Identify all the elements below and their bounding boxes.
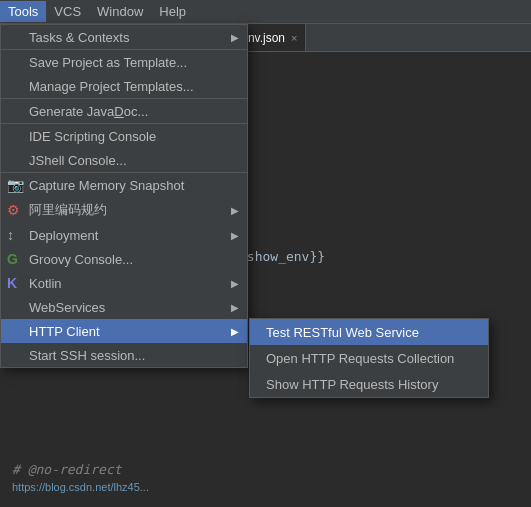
manage-templates-label: Manage Project Templates... <box>29 79 194 94</box>
submenu-item-show-history[interactable]: Show HTTP Requests History <box>250 371 488 397</box>
menu-window[interactable]: Window <box>89 1 151 22</box>
menu-bar: Tools VCS Window Help <box>0 0 531 24</box>
http-client-submenu: Test RESTful Web Service Open HTTP Reque… <box>249 318 489 398</box>
menu-item-ssh-session[interactable]: Start SSH session... <box>1 343 247 367</box>
menu-vcs[interactable]: VCS <box>46 1 89 22</box>
menu-item-manage-templates[interactable]: Manage Project Templates... <box>1 74 247 98</box>
kotlin-icon: K <box>7 275 17 291</box>
capture-memory-label: Capture Memory Snapshot <box>29 178 184 193</box>
menu-item-deployment[interactable]: ↕ Deployment ▶ <box>1 223 247 247</box>
tools-dropdown-menu: Tasks & Contexts ▶ Save Project as Templ… <box>0 24 248 368</box>
menu-item-save-template[interactable]: Save Project as Template... <box>1 50 247 74</box>
open-collection-label: Open HTTP Requests Collection <box>266 351 454 366</box>
menu-item-webservices[interactable]: WebServices ▶ <box>1 295 247 319</box>
bottom-status-url: https://blog.csdn.net/lhz45... <box>12 481 519 493</box>
menu-item-gen-javadoc[interactable]: Generate JavaDoc... <box>1 99 247 123</box>
tasks-contexts-label: Tasks & Contexts <box>29 30 129 45</box>
show-history-label: Show HTTP Requests History <box>266 377 438 392</box>
menu-item-tasks-contexts[interactable]: Tasks & Contexts ▶ <box>1 25 247 49</box>
ide-scripting-label: IDE Scripting Console <box>29 129 156 144</box>
tasks-contexts-arrow: ▶ <box>231 32 239 43</box>
deployment-label: Deployment <box>29 228 98 243</box>
groovy-label: Groovy Console... <box>29 252 133 267</box>
tab-env-close[interactable]: × <box>291 32 297 44</box>
gen-javadoc-label: Generate JavaDoc... <box>29 104 148 119</box>
deployment-icon: ↕ <box>7 227 14 243</box>
kotlin-arrow: ▶ <box>231 278 239 289</box>
alibaba-label: 阿里编码规约 <box>29 201 107 219</box>
menu-item-capture-memory[interactable]: 📷 Capture Memory Snapshot <box>1 173 247 197</box>
bottom-editor: # @no-redirect https://blog.csdn.net/lhz… <box>0 447 531 507</box>
menu-help[interactable]: Help <box>151 1 194 22</box>
jshell-label: JShell Console... <box>29 153 127 168</box>
menu-item-jshell[interactable]: JShell Console... <box>1 148 247 172</box>
ssh-session-label: Start SSH session... <box>29 348 145 363</box>
groovy-icon: G <box>7 251 18 267</box>
capture-memory-icon: 📷 <box>7 177 24 193</box>
submenu-item-test-restful[interactable]: Test RESTful Web Service <box>250 319 488 345</box>
test-restful-label: Test RESTful Web Service <box>266 325 419 340</box>
menu-tools[interactable]: Tools <box>0 1 46 22</box>
alibaba-icon: ⚙ <box>7 202 20 218</box>
menu-item-ide-scripting[interactable]: IDE Scripting Console <box>1 124 247 148</box>
menu-item-kotlin[interactable]: K Kotlin ▶ <box>1 271 247 295</box>
submenu-item-open-collection[interactable]: Open HTTP Requests Collection <box>250 345 488 371</box>
webservices-arrow: ▶ <box>231 302 239 313</box>
kotlin-label: Kotlin <box>29 276 62 291</box>
alibaba-arrow: ▶ <box>231 205 239 216</box>
http-client-arrow: ▶ <box>231 326 239 337</box>
webservices-label: WebServices <box>29 300 105 315</box>
menu-item-alibaba[interactable]: ⚙ 阿里编码规约 ▶ <box>1 197 247 223</box>
http-client-label: HTTP Client <box>29 324 100 339</box>
bottom-code-1: # @no-redirect <box>12 462 519 477</box>
save-template-label: Save Project as Template... <box>29 55 187 70</box>
deployment-arrow: ▶ <box>231 230 239 241</box>
menu-item-groovy[interactable]: G Groovy Console... <box>1 247 247 271</box>
menu-item-http-client[interactable]: HTTP Client ▶ Test RESTful Web Service O… <box>1 319 247 343</box>
